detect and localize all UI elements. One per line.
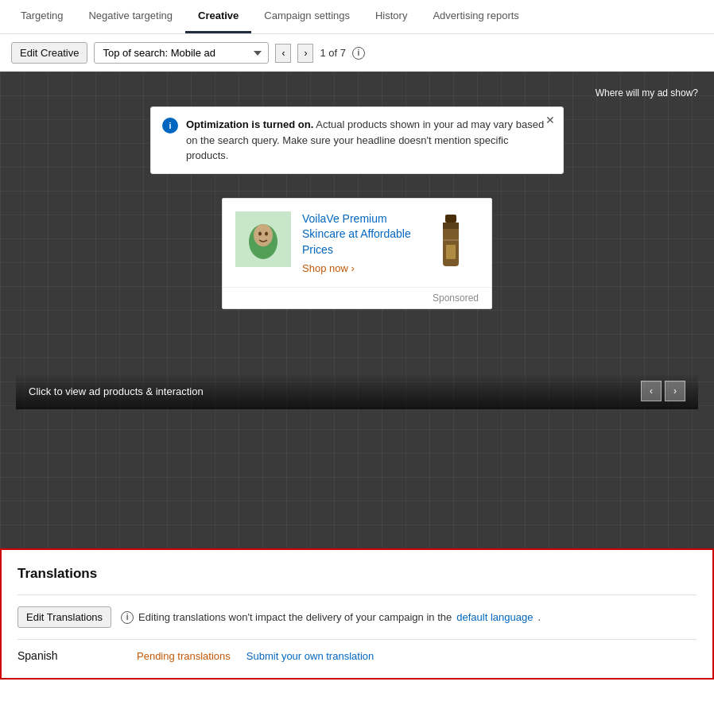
translations-info-icon: i (121, 611, 134, 624)
ad-card-product-image (423, 211, 479, 275)
page-count-info-icon: i (352, 47, 365, 60)
ad-bottom-bar-label: Click to view ad products & interaction (29, 385, 204, 397)
translations-edit-row: Edit Translations i Editing translations… (17, 606, 697, 639)
translations-default-lang-link[interactable]: default language (456, 611, 533, 623)
ad-nav-next-button[interactable]: › (665, 381, 685, 401)
svg-rect-6 (443, 223, 459, 266)
submit-own-translation-link[interactable]: Submit your own translation (246, 650, 374, 662)
ad-card: VoilaVe Premium Skincare at Affordable P… (222, 198, 492, 310)
ad-nav-buttons: ‹ › (641, 381, 685, 401)
translations-lang-row: Spanish Pending translations Submit your… (17, 639, 697, 665)
svg-rect-5 (445, 215, 456, 223)
ad-nav-prev-button[interactable]: ‹ (641, 381, 662, 401)
tab-history[interactable]: History (363, 0, 420, 33)
svg-rect-9 (446, 245, 456, 259)
nav-next-button[interactable]: › (297, 44, 313, 63)
nav-prev-button[interactable]: ‹ (275, 44, 291, 63)
pending-translations-link[interactable]: Pending translations (137, 650, 231, 662)
translations-divider (17, 594, 697, 595)
edit-translations-button[interactable]: Edit Translations (17, 606, 111, 628)
svg-rect-7 (443, 223, 459, 229)
tab-bar: Targeting Negative targeting Creative Ca… (0, 0, 714, 34)
ad-card-shop-now[interactable]: Shop now › (302, 262, 412, 274)
tab-creative[interactable]: Creative (185, 0, 251, 33)
edit-creative-button[interactable]: Edit Creative (11, 42, 87, 64)
svg-point-4 (265, 231, 268, 235)
page-count: 1 of 7 (320, 47, 346, 59)
optimization-info-banner: i Optimization is turned on. Actual prod… (150, 106, 564, 174)
ad-bottom-bar: Click to view ad products & interaction … (16, 373, 698, 409)
info-banner-text: Optimization is turned on. Actual produc… (186, 117, 552, 164)
where-ad-show-label: Where will my ad show? (16, 87, 698, 99)
ad-card-image (235, 211, 291, 267)
translations-info-dot: . (537, 611, 541, 623)
tab-negative-targeting[interactable]: Negative targeting (76, 0, 185, 33)
ad-card-title: VoilaVe Premium Skincare at Affordable P… (302, 211, 412, 258)
ad-preview-area: Where will my ad show? i Optimization is… (0, 72, 714, 548)
ad-card-container: VoilaVe Premium Skincare at Affordable P… (16, 198, 698, 310)
info-icon-blue: i (162, 118, 178, 134)
ad-card-text: VoilaVe Premium Skincare at Affordable P… (302, 211, 412, 275)
tab-targeting[interactable]: Targeting (8, 0, 76, 33)
translations-info: i Editing translations won't impact the … (121, 611, 541, 624)
translations-section: Translations Edit Translations i Editing… (0, 548, 714, 680)
ad-product-thumbnail (235, 211, 291, 267)
ad-type-select[interactable]: Top of search: Mobile ad Top of search: … (94, 42, 269, 64)
tab-advertising-reports[interactable]: Advertising reports (420, 0, 531, 33)
ad-card-sponsored: Sponsored (223, 288, 491, 308)
language-label: Spanish (17, 649, 121, 662)
svg-point-3 (258, 231, 262, 235)
translations-title: Translations (17, 566, 697, 582)
ad-card-content: VoilaVe Premium Skincare at Affordable P… (223, 199, 491, 288)
info-banner-close-button[interactable]: ✕ (545, 114, 555, 126)
tab-campaign-settings[interactable]: Campaign settings (251, 0, 363, 33)
svg-point-2 (254, 224, 273, 246)
toolbar: Edit Creative Top of search: Mobile ad T… (0, 34, 714, 72)
info-banner-bold: Optimization is turned on. (186, 118, 313, 130)
ad-product-bottle (435, 215, 467, 270)
translations-info-text: Editing translations won't impact the de… (138, 611, 452, 623)
